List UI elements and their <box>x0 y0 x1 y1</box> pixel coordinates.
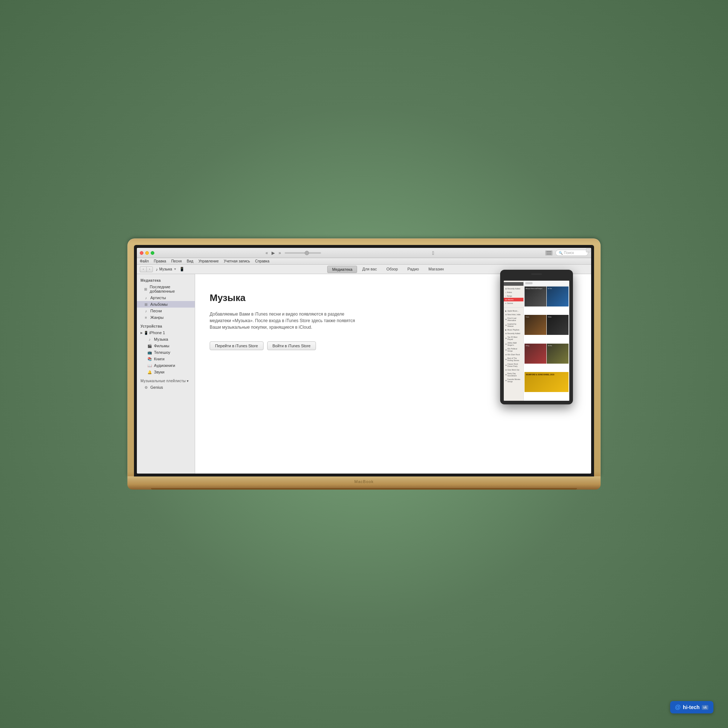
sidebar-item-tvshows[interactable]: 📺 Телешоу <box>137 349 195 356</box>
ipad-bezel: ⊞ Recently Added ♪ Artists ♪ <box>500 270 573 404</box>
sidebar-item-albums[interactable]: ⊞ Альбомы <box>137 301 195 307</box>
genres-icon: ≡ <box>144 316 148 320</box>
ipad-glam-rock: ⊕ 60s Glam Rock <box>504 353 523 356</box>
macbook-bezel: « ▶ »  <box>127 239 601 476</box>
ipad-search-bar <box>525 282 532 284</box>
menu-account[interactable]: Учетная запись <box>224 259 250 263</box>
play-button[interactable]: ▶ <box>272 251 275 255</box>
traffic-lights <box>140 251 154 255</box>
ipad-apple-icon: ▶ <box>505 310 507 312</box>
search-icon: 🔍 <box>559 251 563 255</box>
sidebar-item-sounds[interactable]: 🔔 Звуки <box>137 369 195 375</box>
tab-browse[interactable]: Обзор <box>382 266 402 273</box>
ipad-playlists-label: Music Playlists <box>508 329 519 331</box>
hitech-at-symbol: @ <box>675 704 681 711</box>
ipad-rt-label: 2000s R&B Singer's <box>508 342 522 346</box>
ipad-recent-icon: ⊞ <box>505 288 507 290</box>
menu-file[interactable]: Файл <box>140 259 149 263</box>
ipad-new-icon: ⊕ <box>505 314 507 316</box>
ipad-artists-label: Artists <box>507 291 512 294</box>
sidebar-item-genius[interactable]: ⚙ Genius <box>137 384 195 391</box>
ipad-movie-songs: ⊕ Favorite Movies Songs <box>504 378 523 383</box>
ipad-pol-icon: ⊕ <box>505 349 507 351</box>
menu-view[interactable]: Вид <box>187 259 193 263</box>
close-button[interactable] <box>140 251 144 255</box>
ipad-rs-icon: ⊕ <box>505 358 507 360</box>
ipad-content-header <box>524 281 569 286</box>
hitech-label: hi-tech <box>683 704 700 710</box>
tab-library[interactable]: Медиатека <box>327 266 357 273</box>
macbook-base: MacBook <box>127 476 601 485</box>
list-view-line <box>546 251 551 252</box>
search-box[interactable]: 🔍 Поиск <box>555 250 588 256</box>
sidebar-item-recent[interactable]: ⊞ Последние добавленные <box>137 284 195 294</box>
maximize-button[interactable] <box>151 251 154 255</box>
tab-radio[interactable]: Радио <box>403 266 423 273</box>
menu-song[interactable]: Песня <box>171 259 182 263</box>
sidebar-item-genres[interactable]: ≡ Жанры <box>137 314 195 321</box>
title-right: 🔍 Поиск □ <box>545 250 588 256</box>
menu-controls[interactable]: Управление <box>198 259 219 263</box>
sidebar-item-songs[interactable]: ♪ Песни <box>137 307 195 314</box>
device-sounds-label: Звуки <box>154 370 165 374</box>
macbook-foot <box>127 485 601 489</box>
nav-location-label: Музыка <box>159 267 172 271</box>
go-to-store-button[interactable]: Перейти в iTunes Store <box>210 341 263 350</box>
ipad-sidebar-recent: ⊞ Recently Added <box>504 287 523 291</box>
macbook-inner-bezel: « ▶ »  <box>134 245 594 476</box>
sidebar-item-music[interactable]: ♪ Музыка <box>137 336 195 343</box>
tab-foryou[interactable]: Для вас <box>358 266 381 273</box>
ipad-rt-icon: ⊕ <box>505 343 507 345</box>
nav-back[interactable]: ‹ <box>140 266 146 272</box>
ipad-pol-label: 60s Political Songs <box>508 348 522 352</box>
device-tvshows-label: Телешоу <box>154 350 170 355</box>
tab-store[interactable]: Магазин <box>424 266 448 273</box>
ipad-genres-icon: ≡ <box>505 302 506 304</box>
ipad-album-mumford: MUMFORD & SONS BABEL 2015 <box>525 372 569 392</box>
ipad-album-2: In Out <box>547 286 569 306</box>
sounds-icon: 🔔 <box>147 370 152 374</box>
ipad-sidebar: ⊞ Recently Added ♪ Artists ♪ <box>504 281 524 401</box>
genius-icon: ⚙ <box>144 385 148 390</box>
music-buttons: Перейти в iTunes Store Войти в iTunes St… <box>210 341 316 350</box>
ipad-screen: ⊞ Recently Added ♪ Artists ♪ <box>504 281 569 401</box>
nav-dropdown-icon[interactable]: ▼ <box>174 268 177 271</box>
rewind-button[interactable]: « <box>266 251 268 255</box>
ipad-album-6: Oh No <box>547 344 569 364</box>
sidebar-library-title: Медиатека <box>137 276 195 284</box>
songs-icon: ♪ <box>144 309 148 313</box>
hitech-social[interactable]: vk <box>702 705 708 710</box>
list-view-button[interactable] <box>545 251 552 255</box>
ipad-cr-label: Classic Rock Dinner Party <box>508 363 522 367</box>
minimize-button[interactable] <box>145 251 149 255</box>
device-iphone[interactable]: ▶ 📱 iPhone 1 <box>137 329 195 336</box>
sign-in-store-button[interactable]: Войти в iTunes Store <box>267 341 316 350</box>
ipad-album-4: Video <box>547 315 569 335</box>
sidebar-item-artists[interactable]: ♪ Артисты <box>137 294 195 301</box>
list-view-line <box>546 252 551 253</box>
forward-button[interactable]: » <box>278 251 281 255</box>
ipad-cr-icon: ⊕ <box>505 364 507 366</box>
ipad-apple-label: Apple Music... <box>508 310 519 312</box>
nav-forward[interactable]: › <box>146 266 153 272</box>
progress-bar[interactable] <box>284 252 321 254</box>
transport-controls: « ▶ » <box>266 251 321 255</box>
ipad-top-rated: ⊕ Top 25 Most Played <box>504 335 523 341</box>
resize-button[interactable]: □ <box>586 249 590 252</box>
sidebar-item-books[interactable]: 📚 Книги <box>137 356 195 362</box>
sidebar-item-audiobooks[interactable]: 📖 Аудиокниги <box>137 362 195 369</box>
ipad-wo-icon: ⊕ <box>505 369 507 371</box>
ipad-gr-label: 60s Glam Rock <box>508 353 520 356</box>
hitech-badge[interactable]: @ hi-tech vk <box>670 701 714 713</box>
ipad-sidebar-songs: ♪ Songs <box>504 294 523 298</box>
macbook-screen: « ▶ »  <box>137 248 591 474</box>
menu-help[interactable]: Справка <box>255 259 269 263</box>
ipad-rain-icon: ⊕ <box>505 373 507 376</box>
ipad-sidebar-genres: ≡ Genres <box>504 301 523 305</box>
sidebar-item-movies[interactable]: 🎬 Фильмы <box>137 343 195 349</box>
ipad-inspired-icon: ⊕ <box>505 324 507 326</box>
ipad-recent-label: Recently Added <box>508 288 520 290</box>
ipad-genres-label: Genres <box>507 302 513 304</box>
menu-edit[interactable]: Правка <box>154 259 166 263</box>
title-bar: « ▶ »  <box>137 248 591 258</box>
